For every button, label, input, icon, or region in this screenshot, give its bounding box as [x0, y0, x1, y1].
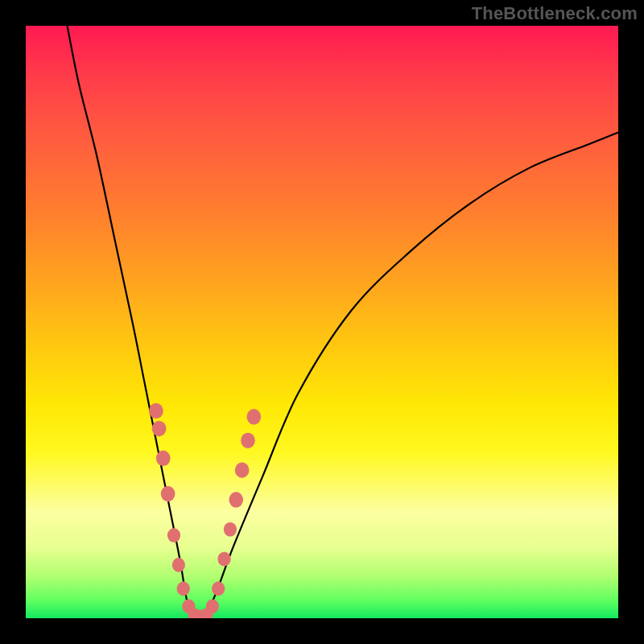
curve-markers [149, 403, 261, 618]
chart-frame: TheBottleneck.com [0, 0, 644, 644]
curve-marker [247, 409, 262, 424]
curve-marker [152, 421, 167, 436]
bottleneck-curve-svg [26, 26, 618, 618]
curve-marker [161, 486, 175, 502]
bottleneck-curve [68, 26, 618, 618]
curve-marker [172, 558, 185, 572]
curve-marker [212, 581, 225, 596]
curve-marker [229, 492, 243, 507]
curve-marker [149, 403, 163, 419]
curve-marker [217, 551, 230, 566]
curve-marker [235, 462, 250, 477]
curve-marker [241, 432, 255, 448]
curve-marker [177, 581, 190, 596]
curve-marker [156, 451, 171, 466]
curve-marker [206, 599, 219, 613]
watermark-text: TheBottleneck.com [472, 3, 638, 24]
plot-area [26, 26, 618, 618]
curve-marker [224, 522, 237, 537]
curve-marker [167, 528, 180, 543]
